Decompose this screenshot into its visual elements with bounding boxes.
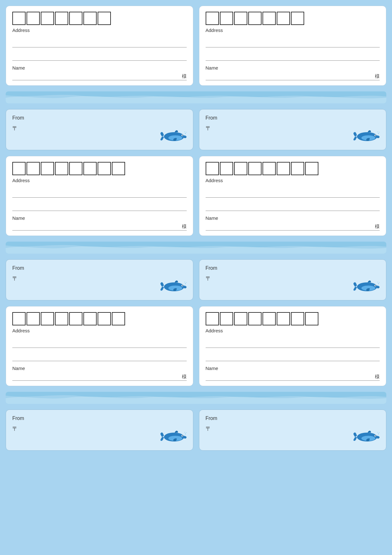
dolphin-image-5 [159,427,187,446]
svg-point-21 [186,282,187,283]
dolphin-image-2 [352,126,380,145]
svg-point-20 [185,283,186,284]
postal-box[interactable] [12,12,26,25]
name-label: Name [12,65,187,71]
from-card-3: From 〒 [6,259,193,300]
from-card-4: From 〒 [199,259,387,300]
postal-box[interactable] [234,12,247,25]
postal-box[interactable] [98,312,111,325]
address-line-1 [206,339,380,348]
to-card-1: Address Name 様 [6,6,193,86]
postal-box[interactable] [69,312,82,325]
page: Address Name 様 Address Name 様 [6,6,386,451]
postal-box[interactable] [41,312,54,325]
svg-point-11 [375,135,376,136]
postal-box[interactable] [41,12,54,25]
address-label: Address [12,28,187,33]
postal-box[interactable] [98,162,111,175]
postal-box[interactable] [277,312,290,325]
postal-box[interactable] [206,312,219,325]
postal-box[interactable] [234,312,247,325]
postal-box[interactable] [291,12,304,25]
postal-box[interactable] [12,312,26,325]
postal-box[interactable] [112,162,125,175]
postal-box[interactable] [98,12,111,25]
svg-point-36 [186,432,187,433]
dolphin-image-1 [159,126,187,145]
postal-box[interactable] [206,162,219,175]
postal-box[interactable] [305,312,318,325]
wave-separator-2 [6,242,386,254]
from-label: From [206,115,380,121]
postal-box[interactable] [262,12,276,25]
postal-box[interactable] [55,12,68,25]
postal-box[interactable] [262,162,276,175]
address-label: Address [206,178,380,183]
sama-suffix: 様 [182,224,187,230]
postal-boxes-2 [206,12,380,25]
postal-boxes-3 [12,162,187,175]
svg-point-14 [377,132,378,132]
postal-box[interactable] [248,162,262,175]
svg-point-19 [182,285,183,286]
postal-boxes-1 [12,12,187,25]
svg-point-42 [378,434,379,435]
postal-box[interactable] [277,162,290,175]
postal-box[interactable] [248,312,262,325]
postal-box[interactable] [69,12,82,25]
name-label: Name [12,366,187,371]
postal-box[interactable] [27,312,40,325]
to-card-4: Address Name 様 [199,156,387,236]
name-line-wrapper: 様 [12,372,187,381]
svg-point-34 [182,435,183,436]
postal-box[interactable] [69,162,82,175]
postal-boxes-6 [206,312,380,325]
postal-box[interactable] [55,312,68,325]
address-line-2 [206,52,380,61]
postal-box[interactable] [83,162,97,175]
postal-box[interactable] [305,162,318,175]
postal-box[interactable] [234,162,247,175]
name-line-wrapper: 様 [206,372,380,381]
postal-box[interactable] [112,312,125,325]
svg-point-35 [185,434,186,435]
address-line-1 [206,39,380,47]
postal-box[interactable] [206,12,219,25]
postal-boxes-5 [12,312,187,325]
postal-box[interactable] [41,162,54,175]
svg-point-22 [184,282,185,282]
name-line-wrapper: 様 [206,72,380,80]
to-card-6: Address Name 様 [199,306,387,386]
postal-box[interactable] [27,162,40,175]
name-line [12,72,181,79]
postal-box[interactable] [220,162,233,175]
postal-box[interactable] [83,12,97,25]
postal-box[interactable] [55,162,68,175]
svg-point-43 [379,432,380,433]
name-label: Name [206,366,380,371]
postal-box[interactable] [262,312,276,325]
name-line [206,222,374,230]
address-line-1 [206,189,380,198]
sama-suffix: 様 [375,224,380,230]
postal-box[interactable] [291,312,304,325]
address-line-1 [12,39,187,47]
from-card-5: From 〒 [6,410,193,451]
postal-box[interactable] [291,162,304,175]
svg-point-4 [182,135,183,136]
postal-box[interactable] [12,162,26,175]
svg-point-44 [377,432,378,433]
name-label: Name [206,65,380,71]
postal-box[interactable] [277,12,290,25]
postal-box[interactable] [27,12,40,25]
address-label: Address [12,328,187,333]
postal-box[interactable] [220,312,233,325]
address-line-1 [12,189,187,198]
from-card-6: From 〒 [199,410,387,451]
sama-suffix: 様 [182,374,187,380]
address-line-1 [12,339,187,348]
postal-box[interactable] [248,12,262,25]
name-line [206,372,374,380]
postal-box[interactable] [83,312,97,325]
postal-box[interactable] [220,12,233,25]
